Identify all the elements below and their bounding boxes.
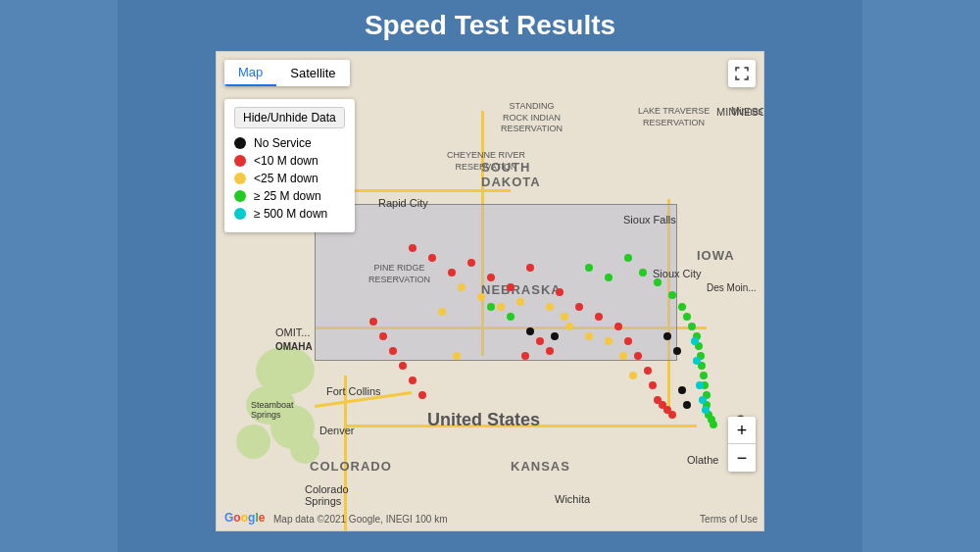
- data-point-yellow-9: [438, 308, 446, 316]
- data-point-red-9: [575, 303, 583, 311]
- legend-dot-500m: [234, 208, 246, 220]
- center-panel: Speed Test Results: [118, 0, 862, 552]
- data-point-cyan-3: [696, 381, 704, 389]
- terms-of-use[interactable]: Terms of Use: [700, 514, 758, 525]
- data-point-black-2: [551, 332, 559, 340]
- page-wrapper: Speed Test Results: [0, 0, 980, 552]
- data-point-red-12: [624, 337, 632, 345]
- data-point-red-2: [428, 254, 436, 262]
- data-point-black-4: [673, 347, 681, 355]
- data-point-green-1: [585, 264, 593, 272]
- data-point-yellow-11: [605, 337, 612, 345]
- data-point-red-5: [487, 274, 495, 281]
- data-point-red-13: [634, 352, 642, 360]
- data-point-yellow-4: [516, 298, 524, 306]
- data-point-red-8: [556, 288, 564, 296]
- legend-label-25m: <25 M down: [254, 172, 318, 185]
- google-g: G: [224, 511, 233, 525]
- data-point-yellow-8: [561, 313, 568, 321]
- hide-unhide-button[interactable]: Hide/Unhide Data: [234, 107, 345, 128]
- zoom-in-button[interactable]: +: [728, 417, 756, 444]
- legend-item-no-service: No Service: [234, 136, 345, 150]
- data-point-yellow-7: [546, 303, 554, 311]
- data-point-red-15: [649, 381, 657, 389]
- left-side-panel: [0, 0, 118, 552]
- data-point-red-19: [668, 411, 676, 419]
- zoom-out-button[interactable]: −: [728, 444, 756, 472]
- legend-label-25mplus: ≥ 25 M down: [254, 189, 321, 203]
- data-point-red-27: [546, 347, 554, 355]
- data-point-red-6: [507, 283, 514, 291]
- legend-label-no-service: No Service: [254, 136, 312, 150]
- right-side-panel: [862, 0, 980, 552]
- data-point-red-7: [526, 264, 534, 272]
- google-o2: o: [241, 511, 248, 525]
- data-point-black-1: [526, 327, 534, 335]
- legend-label-500m: ≥ 500 M down: [254, 207, 327, 221]
- map-type-bar: Map Satellite: [224, 60, 350, 86]
- google-logo: Google: [224, 511, 265, 525]
- nebraska-overlay: [315, 204, 677, 361]
- data-point-yellow-10: [453, 352, 461, 360]
- data-point-red-28: [521, 352, 529, 360]
- data-point-green-8: [683, 313, 691, 321]
- legend-dot-no-service: [234, 137, 246, 149]
- data-point-black-5: [678, 386, 686, 394]
- map-type-map-btn[interactable]: Map: [224, 60, 276, 86]
- map-attribution: Map data ©2021 Google, INEGI 100 km: [273, 514, 447, 525]
- legend-panel: Hide/Unhide Data No Service <10 M down <…: [224, 99, 355, 232]
- legend-dot-25mplus: [234, 190, 246, 202]
- page-title: Speed Test Results: [365, 10, 615, 41]
- data-point-yellow-3: [497, 303, 505, 311]
- data-point-yellow-13: [629, 372, 637, 379]
- data-point-red-3: [448, 269, 456, 276]
- data-point-green-14: [700, 372, 708, 379]
- data-point-red-11: [614, 323, 622, 330]
- road-i25: [344, 376, 347, 531]
- data-point-cyan-4: [699, 396, 707, 404]
- data-point-green-2: [605, 274, 612, 281]
- data-point-black-6: [683, 401, 691, 409]
- map-container[interactable]: Map Satellite Hide/Unhide Data No Servic…: [216, 51, 764, 531]
- data-point-yellow-12: [619, 352, 627, 360]
- map-type-satellite-btn[interactable]: Satellite: [276, 60, 349, 86]
- data-point-red-22: [389, 347, 397, 355]
- data-point-cyan-2: [693, 357, 701, 365]
- data-point-cyan-1: [691, 337, 699, 345]
- legend-dot-25m: [234, 173, 246, 184]
- data-point-green-3: [624, 254, 632, 262]
- google-o1: o: [233, 511, 240, 525]
- data-point-red-4: [467, 259, 475, 267]
- data-point-black-3: [663, 332, 671, 340]
- data-point-cyan-5: [702, 406, 710, 414]
- data-point-red-21: [379, 332, 387, 340]
- data-point-green-22: [507, 313, 514, 321]
- google-e: e: [259, 511, 266, 525]
- data-point-yellow-2: [477, 293, 485, 301]
- terrain-area-4: [236, 425, 270, 459]
- data-point-yellow-1: [458, 283, 466, 291]
- data-point-red-25: [418, 391, 426, 399]
- data-point-red-26: [536, 337, 544, 345]
- road-i70: [344, 425, 697, 427]
- data-point-green-21: [487, 303, 495, 311]
- data-point-red-24: [409, 376, 416, 384]
- data-point-yellow-5: [565, 323, 573, 330]
- data-point-green-7: [678, 303, 686, 311]
- data-point-red-23: [399, 362, 407, 370]
- legend-dot-10m: [234, 155, 246, 167]
- data-point-green-9: [688, 323, 696, 330]
- legend-item-10m: <10 M down: [234, 154, 345, 168]
- legend-item-500m: ≥ 500 M down: [234, 207, 345, 221]
- data-point-red-1: [409, 244, 416, 252]
- legend-label-10m: <10 M down: [254, 154, 318, 168]
- fullscreen-button[interactable]: [728, 60, 756, 87]
- data-point-green-4: [639, 269, 647, 276]
- legend-item-25m: <25 M down: [234, 172, 345, 185]
- data-point-green-6: [668, 291, 676, 299]
- legend-item-25mplus: ≥ 25 M down: [234, 189, 345, 203]
- terrain-area-5: [290, 434, 319, 464]
- data-point-green-20: [710, 421, 717, 428]
- data-point-red-20: [369, 318, 377, 326]
- zoom-controls: + −: [728, 417, 756, 472]
